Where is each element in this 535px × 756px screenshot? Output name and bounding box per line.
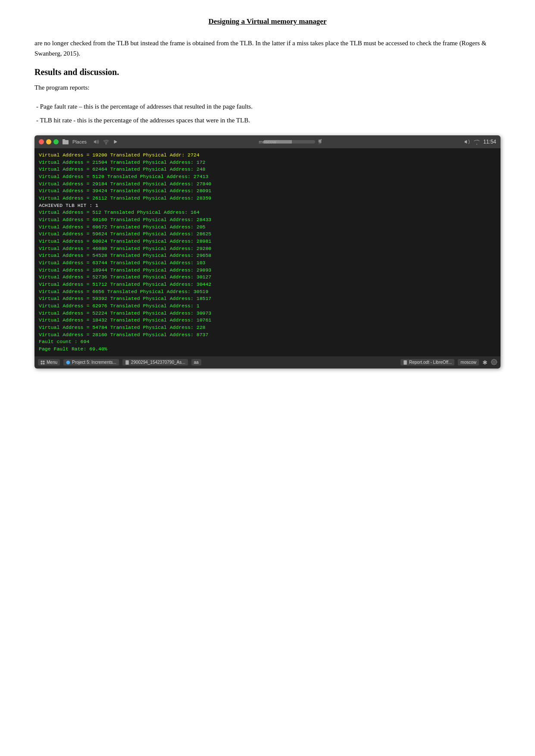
terminal-line: Page Fault Rate: 69.40%	[39, 346, 496, 353]
maximize-button[interactable]	[53, 139, 59, 144]
terminal-line: Fault count : 694	[39, 338, 496, 346]
terminal-line: Virtual Address = 54784 Translated Physi…	[39, 324, 496, 331]
terminal-titlebar: Places	[34, 135, 501, 148]
play-icon	[113, 139, 119, 145]
terminal-line: Virtual Address = 62976 Translated Physi…	[39, 303, 496, 310]
terminal-line: Virtual Address = 60160 Translated Physi…	[39, 216, 496, 224]
taskbar-file1[interactable]: 2900294_1542370790_As...	[122, 359, 188, 366]
terminal-container: Places	[34, 135, 501, 369]
taskbar-aa[interactable]: aa	[191, 359, 201, 366]
taskbar-star[interactable]: ✱	[482, 359, 488, 366]
body-paragraph: are no longer checked from the TLB but i…	[34, 38, 501, 59]
terminal-line: Virtual Address = 512 Translated Physica…	[39, 209, 496, 216]
terminal-line: Virtual Address = 39424 Translated Physi…	[39, 187, 496, 195]
terminal-line: Virtual Address = 29184 Translated Physi…	[39, 181, 496, 188]
titlebar-label: Places	[72, 139, 87, 144]
terminal-line: Virtual Address = 59624 Translated Physi…	[39, 231, 496, 238]
wifi-icon	[103, 139, 109, 145]
terminal-taskbar: Menu Project 5: Increments... 2900294_15…	[34, 356, 501, 369]
terminal-line: Virtual Address = 46080 Translated Physi…	[39, 245, 496, 253]
terminal-line: Virtual Address = 59392 Translated Physi…	[39, 295, 496, 303]
speaker-icon	[94, 139, 100, 145]
program-reports-intro: The program reports:	[34, 82, 501, 93]
window-controls	[39, 139, 59, 144]
results-section: Results and discussion. The program repo…	[34, 67, 501, 126]
bullet1: - Page fault rate – this is the percenta…	[36, 101, 501, 112]
wifi-status-icon	[474, 139, 480, 145]
taskbar-right-group: Report.odt - LibreOff... moscow ✱	[205, 359, 497, 366]
terminal-line: Virtual Address = 26112 Translated Physi…	[39, 195, 496, 202]
terminal-line: Virtual Address = 21504 Translated Physi…	[39, 159, 496, 166]
taskbar-gear[interactable]	[491, 359, 497, 366]
section-heading: Results and discussion.	[34, 67, 501, 77]
taskbar-project[interactable]: Project 5: Increments...	[63, 359, 119, 366]
terminal-line: Virtual Address = 62464 Translated Physi…	[39, 166, 496, 173]
title-section: Designing a Virtual memory manager	[34, 17, 501, 26]
terminal-line: Virtual Address = 51712 Translated Physi…	[39, 281, 496, 288]
terminal-line: Virtual Address = 52736 Translated Physi…	[39, 274, 496, 281]
titlebar-right: 11:54	[464, 139, 496, 145]
terminal-line: Virtual Address = 5120 Translated Physic…	[39, 173, 496, 181]
terminal-line: Virtual Address = 18432 Translated Physi…	[39, 317, 496, 324]
bullet2: - TLB hit rate - this is the percentage …	[36, 115, 501, 126]
titlebar-center-label: moscow	[259, 139, 276, 144]
time-display: 11:54	[483, 139, 496, 145]
terminal-body[interactable]: Virtual Address = 19200 Translated Physi…	[34, 148, 501, 356]
minimize-button[interactable]	[46, 139, 51, 144]
terminal-line: ACHIEVED TLB HIT : 1	[39, 202, 496, 209]
terminal-line: Virtual Address = 6656 Translated Physic…	[39, 288, 496, 296]
terminal-line: Virtual Address = 54528 Translated Physi…	[39, 252, 496, 259]
terminal-line: Virtual Address = 18944 Translated Physi…	[39, 267, 496, 274]
page-title: Designing a Virtual memory manager	[209, 17, 327, 25]
volume-icon	[318, 139, 324, 145]
taskbar-menu[interactable]: Menu	[38, 359, 60, 366]
sound-icon	[464, 139, 470, 145]
terminal-line: Virtual Address = 60672 Translated Physi…	[39, 224, 496, 231]
taskbar-report[interactable]: Report.odt - LibreOff...	[400, 359, 454, 366]
terminal-line: Virtual Address = 60024 Translated Physi…	[39, 238, 496, 245]
svg-point-0	[66, 360, 70, 364]
terminal-line: Virtual Address = 19200 Translated Physi…	[39, 152, 496, 159]
close-button[interactable]	[39, 139, 44, 144]
terminal-line: Virtual Address = 63744 Translated Physi…	[39, 259, 496, 267]
titlebar-left: Places	[39, 138, 119, 145]
terminal-line: Virtual Address = 28160 Translated Physi…	[39, 331, 496, 339]
folder-icon	[62, 138, 69, 145]
terminal-line: Virtual Address = 52224 Translated Physi…	[39, 310, 496, 317]
taskbar-moscow[interactable]: moscow	[458, 359, 479, 366]
